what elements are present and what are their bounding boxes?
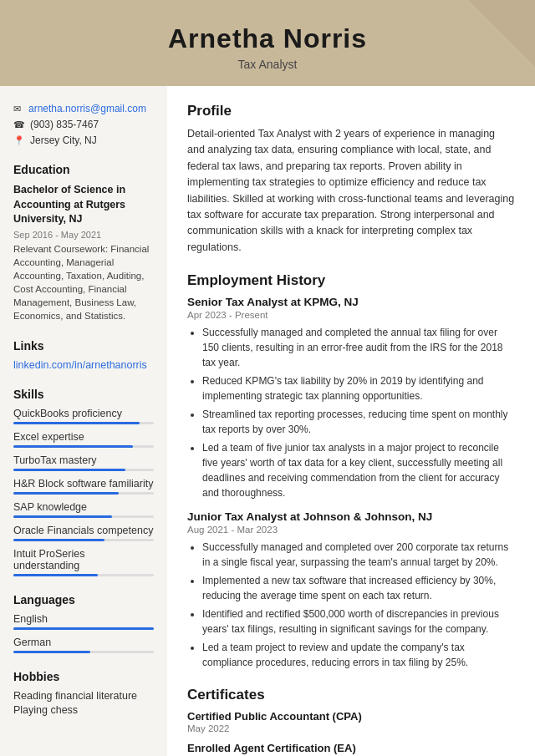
candidate-title: Tax Analyst [17,58,518,71]
skill-bar-bg [13,492,154,495]
phone-text: (903) 835-7467 [30,119,99,130]
cert-entry: Enrolled Agent Certification (EA) Sep 20… [187,742,515,756]
profile-section: Profile Detail-oriented Tax Analyst with… [187,103,515,256]
skill-item: H&R Block software familiarity [13,478,154,495]
skill-item: QuickBooks proficiency [13,408,154,424]
job-bullet: Led a team project to review and update … [202,640,515,670]
candidate-name: Arnetha Norris [17,23,518,54]
hobby-item: Playing chess [13,704,154,716]
skill-label: Excel expertise [13,431,154,443]
cert-entry: Certified Public Accountant (CPA) May 20… [187,710,515,733]
skill-bar-bg [13,422,154,424]
hobby-item: Reading financial literature [13,690,154,702]
employment-title: Employment History [187,272,515,289]
header-decoration [468,0,535,67]
languages-section: Languages English German [13,593,154,653]
cert-date: May 2022 [187,723,515,733]
skill-label: TurboTax mastery [13,454,154,466]
skill-label: Oracle Financials competency [13,525,154,536]
languages-title: Languages [13,593,154,606]
links-title: Links [13,339,154,353]
main-content: Profile Detail-oriented Tax Analyst with… [167,86,535,756]
location-icon: 📍 [13,135,25,146]
hobbies-list: Reading financial literaturePlaying ches… [13,690,154,716]
certificates-title: Certificates [187,687,515,703]
job-bullet: Streamlined tax reporting processes, red… [202,407,515,437]
job-bullet: Reduced KPMG's tax liability by 20% in 2… [202,373,515,403]
skill-bar-fill [13,469,125,471]
job-title: Junior Tax Analyst at Johnson & Johnson,… [187,510,515,523]
location-item: 📍 Jersey City, NJ [13,134,154,146]
job-title: Senior Tax Analyst at KPMG, NJ [187,296,515,308]
phone-icon: ☎ [13,119,25,130]
languages-list: English German [13,613,154,653]
job-bullets: Successfully managed and completed over … [187,540,515,670]
skill-bar-bg [13,574,154,576]
skill-bar-fill [13,515,112,518]
language-label: English [13,613,154,625]
edu-degree: Bachelor of Science in Accounting at Rut… [13,183,154,227]
job-bullet: Implemented a new tax software that incr… [202,573,515,603]
job-bullet: Led a team of five junior tax analysts i… [202,440,515,500]
email-item: ✉ arnetha.norris@gmail.com [13,103,154,114]
skill-item: Excel expertise [13,431,154,448]
language-bar-bg [13,627,154,630]
employment-section: Employment History Senior Tax Analyst at… [187,272,515,670]
linkedin-item: linkedin.com/in/arnethanorris [13,359,154,371]
skills-section: Skills QuickBooks proficiency Excel expe… [13,388,154,576]
skills-list: QuickBooks proficiency Excel expertise T… [13,408,154,576]
skill-label: QuickBooks proficiency [13,408,154,419]
skill-label: SAP knowledge [13,501,154,513]
main-layout: ✉ arnetha.norris@gmail.com ☎ (903) 835-7… [0,86,535,756]
skill-bar-fill [13,574,98,576]
education-title: Education [13,163,154,176]
skill-bar-bg [13,539,154,541]
skill-item: SAP knowledge [13,501,154,518]
hobbies-title: Hobbies [13,670,154,683]
job-bullet: Identified and rectified $500,000 worth … [202,606,515,637]
job-entry: Junior Tax Analyst at Johnson & Johnson,… [187,510,515,670]
language-bar-fill [13,651,90,653]
skill-bar-fill [13,422,140,424]
skill-bar-fill [13,492,119,495]
skill-label: H&R Block software familiarity [13,478,154,490]
job-date: Aug 2021 - Mar 2023 [187,525,515,535]
skill-bar-fill [13,445,133,448]
skill-bar-bg [13,445,154,448]
email-icon: ✉ [13,104,23,114]
linkedin-link[interactable]: linkedin.com/in/arnethanorris [13,359,147,371]
edu-date: Sep 2016 - May 2021 [13,230,154,240]
skill-item: Intuit ProSeries understanding [13,548,154,576]
jobs-list: Senior Tax Analyst at KPMG, NJ Apr 2023 … [187,296,515,670]
skill-bar-fill [13,539,104,541]
cert-name: Enrolled Agent Certification (EA) [187,742,515,754]
job-date: Apr 2023 - Present [187,310,515,320]
header: Arnetha Norris Tax Analyst [0,0,535,86]
job-entry: Senior Tax Analyst at KPMG, NJ Apr 2023 … [187,296,515,500]
skill-bar-bg [13,469,154,471]
certificates-section: Certificates Certified Public Accountant… [187,687,515,756]
skill-label: Intuit ProSeries understanding [13,548,154,571]
language-bar-bg [13,651,154,653]
skills-title: Skills [13,388,154,401]
hobbies-section: Hobbies Reading financial literaturePlay… [13,670,154,716]
edu-coursework: Relevant Coursework: Financial Accountin… [13,242,154,323]
sidebar: ✉ arnetha.norris@gmail.com ☎ (903) 835-7… [0,86,167,756]
job-bullets: Successfully managed and completed the a… [187,325,515,500]
job-bullet: Successfully managed and completed over … [202,540,515,570]
links-section: Links linkedin.com/in/arnethanorris [13,339,154,371]
language-bar-fill [13,627,154,630]
skill-item: Oracle Financials competency [13,525,154,541]
job-bullet: Successfully managed and completed the a… [202,325,515,370]
language-item: English [13,613,154,630]
education-section: Education Bachelor of Science in Account… [13,163,154,322]
email-link[interactable]: arnetha.norris@gmail.com [28,103,146,114]
location-text: Jersey City, NJ [30,134,97,146]
skill-bar-bg [13,515,154,518]
certs-list: Certified Public Accountant (CPA) May 20… [187,710,515,756]
cert-name: Certified Public Accountant (CPA) [187,710,515,723]
skill-item: TurboTax mastery [13,454,154,471]
profile-title: Profile [187,103,515,119]
phone-item: ☎ (903) 835-7467 [13,119,154,130]
contact-section: ✉ arnetha.norris@gmail.com ☎ (903) 835-7… [13,103,154,146]
